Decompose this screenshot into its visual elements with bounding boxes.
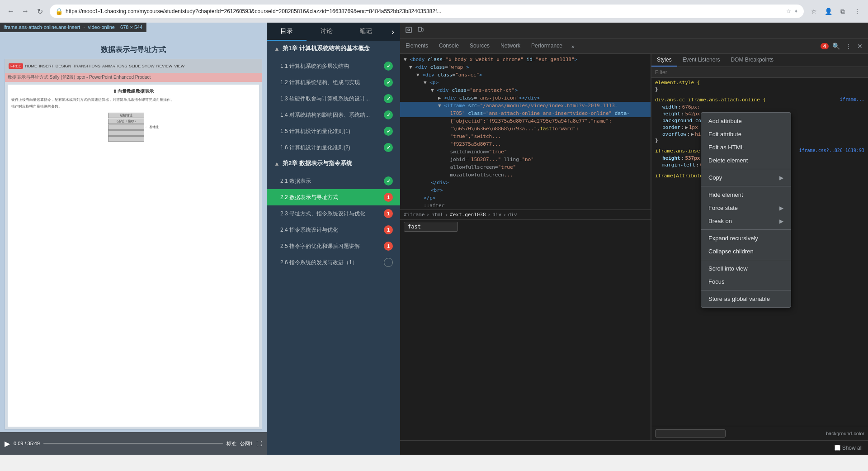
tab-network[interactable]: Network	[495, 39, 526, 53]
ctx-scroll-into-view[interactable]: Scroll into view	[701, 262, 791, 275]
ctx-edit-attribute[interactable]: Edit attribute	[701, 128, 791, 141]
style-link-ans-cc[interactable]: iframe...	[840, 97, 864, 102]
border-expand[interactable]: ▶	[685, 124, 688, 130]
show-all-checkbox[interactable]	[835, 445, 840, 451]
chapter-1-title: 第1章 计算机系统结构的基本概念	[283, 44, 370, 52]
devtools-close-btn[interactable]: ✕	[855, 41, 864, 52]
ctx-hide-element[interactable]: Hide element	[701, 188, 791, 201]
back-button[interactable]: ←	[5, 5, 17, 18]
lesson-2-2[interactable]: 2.2 数据表示与寻址方式 1	[267, 189, 400, 205]
devtools-tabs-more[interactable]: »	[568, 39, 578, 53]
ctx-force-state[interactable]: Force state ▶	[701, 201, 791, 214]
svg-rect-0	[406, 27, 411, 33]
devtools-bottom-bar: Show all	[400, 440, 868, 455]
tab-dom-breakpoints[interactable]: DOM Breakpoints	[725, 54, 779, 67]
background-color-label[interactable]: background-color	[826, 431, 864, 436]
devtools-search-btn[interactable]: 🔍	[830, 41, 842, 52]
lesson-2-4[interactable]: 2.4 指令系统设计与优化 1	[267, 222, 400, 238]
dom-line-iframe[interactable]: ▼ <iframe src="/ananas/modules/video/ind…	[400, 102, 651, 109]
ctx-expand-recursively[interactable]: Expand recursively	[701, 232, 791, 245]
tab-discussion[interactable]: 讨论	[307, 23, 346, 41]
ctx-add-attribute[interactable]: Add attribute	[701, 114, 791, 128]
menu-forward-btn[interactable]: ›	[389, 25, 396, 39]
tab-event-listeners[interactable]: Event Listeners	[677, 54, 726, 67]
tab-notes[interactable]: 笔记	[346, 23, 386, 41]
breadcrumb-iframe[interactable]: #iframe	[404, 212, 425, 218]
play-button[interactable]: ▶	[5, 439, 10, 448]
tab-styles[interactable]: Styles	[651, 54, 677, 67]
fullscreen-button[interactable]: ⛶	[256, 440, 262, 447]
breadcrumb-sep3: ›	[488, 212, 491, 218]
svg-rect-2	[418, 27, 421, 31]
ctx-focus[interactable]: Focus	[701, 275, 791, 288]
ctx-delete-element[interactable]: Delete element	[701, 154, 791, 167]
progress-bar[interactable]	[43, 443, 223, 444]
address-bar[interactable]: 🔒 https://mooc1-1.chaoxing.com/mycourse/…	[50, 5, 804, 18]
reload-button[interactable]: ↻	[33, 5, 46, 18]
dom-line-ans-cc: ▼ <div class="ans-cc">	[400, 71, 651, 79]
chapter-2-header[interactable]: ▲ 第2章 数据表示与指令系统	[267, 156, 400, 173]
ctx-edit-html[interactable]: Edit as HTML	[701, 141, 791, 154]
lesson-2-5[interactable]: 2.5 指令字的优化和课后习题讲解 1	[267, 238, 400, 254]
tab-sources[interactable]: Sources	[464, 39, 495, 53]
error-badge: 4	[821, 43, 829, 49]
show-all-label: Show all	[842, 445, 863, 451]
tab-performance[interactable]: Performance	[526, 39, 568, 53]
dom-line-wrap: ▼ <div class="wrap">	[400, 63, 651, 71]
lesson-1-4[interactable]: 1.4 对系统结构的影响因素、系统结... ✓	[267, 107, 400, 123]
dom-line-iframe-6: "f92375a5d8077...	[400, 140, 651, 148]
menu-button[interactable]: ⋮	[851, 5, 863, 18]
tab-console[interactable]: Console	[434, 39, 464, 53]
chapter-1-header[interactable]: ▲ 第1章 计算机系统结构的基本概念	[267, 41, 400, 58]
lesson-2-6[interactable]: 2.6 指令系统的发展与改进（1）	[267, 254, 400, 271]
slide-toolbar: FREE HOME INSERT DESIGN TRANSITIONS ANIM…	[5, 59, 262, 73]
lesson-1-1[interactable]: 1.1 计算机系统的多层次结构 ✓	[267, 58, 400, 74]
dom-line-iframe-9: allowfullscreen="true"	[400, 163, 651, 171]
context-menu: Add attribute Edit attribute Edit as HTM…	[701, 112, 791, 308]
video-area: iframe.ans-attach-online.ans-insert · vi…	[0, 23, 267, 455]
lesson-1-5[interactable]: 1.5 计算机设计的量化准则(1) ✓	[267, 123, 400, 139]
breadcrumb-sep1: ›	[426, 212, 429, 218]
ctx-store-global-label: Store as global variable	[708, 295, 770, 302]
dom-line-iframe-8: jobid="158287..." lling="no"	[400, 156, 651, 163]
profile-button[interactable]: 👤	[822, 5, 835, 18]
lesson-1-6[interactable]: 1.6 计算机设计的量化准则(2) ✓	[267, 139, 400, 156]
ctx-break-on-arrow: ▶	[779, 218, 783, 224]
tab-catalog[interactable]: 目录	[267, 23, 307, 41]
dom-search-input[interactable]	[404, 222, 458, 232]
breadcrumb-div2[interactable]: div	[508, 212, 517, 218]
profile-star-icon[interactable]: ✦	[794, 8, 798, 14]
ctx-store-global[interactable]: Store as global variable	[701, 292, 791, 305]
tab-elements[interactable]: Elements	[400, 39, 434, 53]
lesson-1-3[interactable]: 1.3 软硬件取舍与计算机系统的设计... ✓	[267, 90, 400, 107]
devtools-device-btn[interactable]	[415, 25, 425, 36]
lesson-2-1[interactable]: 2.1 数据表示 ✓	[267, 173, 400, 189]
extension-button[interactable]: ⧉	[836, 5, 849, 18]
browser-actions: ☆ 👤 ⧉ ⋮	[807, 5, 863, 18]
breadcrumb-gen1038[interactable]: #ext-gen1038	[450, 212, 486, 218]
ctx-collapse-children[interactable]: Collapse children	[701, 245, 791, 258]
styles-bottom-filter[interactable]	[655, 429, 726, 438]
chapter-1-toggle[interactable]: ▲	[274, 45, 280, 52]
bookmark-bar-button[interactable]: ☆	[807, 5, 820, 18]
browser-chrome: ← → ↻ 🔒 https://mooc1-1.chaoxing.com/myc…	[0, 0, 868, 23]
dom-line-iframe-3: {"objectid":"f92375a5d8077a4c2795e79a94f…	[400, 117, 651, 125]
ctx-focus-label: Focus	[708, 278, 724, 285]
ctx-copy-label: Copy	[708, 174, 722, 181]
lesson-1-2[interactable]: 1.2 计算机系统结构、组成与实现 ✓	[267, 74, 400, 90]
forward-button[interactable]: →	[19, 5, 32, 18]
lesson-1-5-status: ✓	[384, 127, 393, 136]
overflow-expand[interactable]: ▶	[691, 131, 694, 137]
lesson-2-3[interactable]: 2.3 寻址方式、指令系统设计与优化 1	[267, 205, 400, 222]
bookmark-icon[interactable]: ☆	[786, 8, 791, 14]
show-all-checkbox-label[interactable]: Show all	[835, 445, 863, 451]
styles-filter-input[interactable]	[655, 69, 864, 76]
devtools-settings-btn[interactable]: ⋮	[844, 41, 854, 52]
breadcrumb-div1[interactable]: div	[492, 212, 501, 218]
ctx-break-on[interactable]: Break on ▶	[701, 214, 791, 228]
breadcrumb-html[interactable]: html	[431, 212, 443, 218]
devtools-inspect-btn[interactable]	[404, 25, 414, 36]
style-link-insertvideo[interactable]: iframe.css?..826-1619:93	[799, 148, 865, 153]
chapter-2-toggle[interactable]: ▲	[274, 160, 280, 167]
ctx-copy[interactable]: Copy ▶	[701, 171, 791, 184]
